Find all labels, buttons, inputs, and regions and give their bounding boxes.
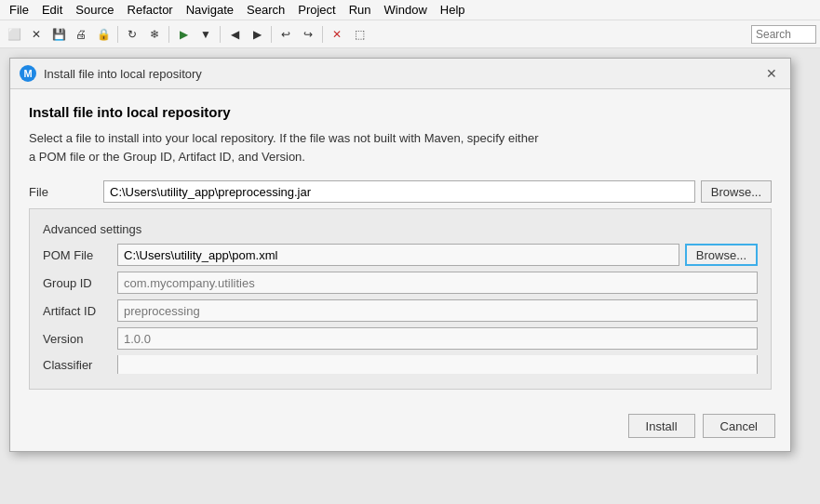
toolbar-separator-3 [220, 26, 221, 43]
toolbar-run[interactable]: ▶ [173, 24, 194, 45]
dialog-heading: Install file into local repository [29, 104, 772, 120]
toolbar-print[interactable]: 🖨 [71, 24, 91, 45]
advanced-settings-label: Advanced settings [43, 222, 758, 236]
classifier-row: Classifier [43, 355, 758, 374]
artifact-id-label: Artifact ID [43, 304, 117, 318]
toolbar-refresh[interactable]: ↻ [122, 24, 142, 45]
pom-browse-button[interactable]: Browse... [685, 244, 758, 266]
dialog-body: Install file into local repository Selec… [10, 89, 790, 405]
toolbar-window[interactable]: ⬚ [349, 24, 370, 45]
toolbar-separator-5 [322, 26, 323, 43]
menu-project[interactable]: Project [292, 1, 341, 19]
file-row: File Browse... [29, 180, 772, 203]
menu-window[interactable]: Window [379, 1, 433, 19]
toolbar-search-input[interactable] [756, 28, 812, 41]
toolbar-lock[interactable]: 🔒 [93, 24, 114, 45]
toolbar-search-box[interactable] [751, 25, 816, 44]
dialog-icon: M [20, 65, 36, 82]
menu-help[interactable]: Help [435, 1, 471, 19]
toolbar-new[interactable]: ⬜ [4, 24, 24, 45]
artifact-id-row: Artifact ID [43, 299, 758, 322]
toolbar-undo[interactable]: ↩ [276, 24, 296, 45]
dialog-desc-line2: a POM file or the Group ID, Artifact ID,… [29, 150, 305, 164]
file-input[interactable] [103, 180, 695, 203]
group-id-row: Group ID [43, 272, 758, 294]
dialog-desc-line1: Select a file to install into your local… [29, 131, 538, 145]
version-label: Version [43, 332, 117, 346]
toolbar-run-dropdown[interactable]: ▼ [195, 24, 216, 45]
install-button[interactable]: Install [628, 414, 695, 438]
toolbar: ⬜ ✕ 💾 🖨 🔒 ↻ ❄ ▶ ▼ ◀ ▶ ↩ ↪ ✕ ⬚ [0, 20, 820, 48]
menu-navigate[interactable]: Navigate [181, 1, 239, 19]
file-label: File [29, 185, 103, 199]
install-dialog: M Install file into local repository ✕ I… [9, 58, 791, 452]
menu-edit[interactable]: Edit [36, 1, 68, 19]
menu-refactor[interactable]: Refactor [122, 1, 179, 19]
version-input[interactable] [117, 327, 758, 350]
toolbar-stop[interactable]: ✕ [327, 24, 347, 45]
toolbar-separator-4 [271, 26, 272, 43]
toolbar-save[interactable]: 💾 [48, 24, 69, 45]
dialog-title: Install file into local repository [44, 67, 755, 81]
classifier-label: Classifier [43, 358, 117, 372]
file-browse-button[interactable]: Browse... [701, 180, 772, 203]
cancel-button[interactable]: Cancel [703, 414, 775, 438]
pom-file-label: POM File [43, 248, 117, 262]
dialog-footer: Install Cancel [10, 405, 790, 451]
classifier-input[interactable] [117, 355, 758, 374]
toolbar-redo[interactable]: ↪ [298, 24, 318, 45]
menu-source[interactable]: Source [70, 1, 119, 19]
toolbar-back[interactable]: ◀ [224, 24, 245, 45]
menu-file[interactable]: File [4, 1, 34, 19]
pom-file-row: POM File Browse... [43, 244, 758, 266]
menu-run[interactable]: Run [343, 1, 377, 19]
artifact-id-input[interactable] [117, 299, 758, 322]
advanced-settings: Advanced settings POM File Browse... Gro… [29, 208, 772, 390]
version-row: Version [43, 327, 758, 350]
dialog-icon-letter: M [23, 68, 32, 79]
toolbar-snowflake[interactable]: ❄ [144, 24, 165, 45]
toolbar-separator-2 [168, 26, 169, 43]
dialog-close-button[interactable]: ✕ [762, 64, 781, 83]
toolbar-separator-1 [117, 26, 118, 43]
dialog-description: Select a file to install into your local… [29, 129, 772, 166]
menubar: File Edit Source Refactor Navigate Searc… [0, 0, 820, 20]
menu-search[interactable]: Search [241, 1, 290, 19]
group-id-input[interactable] [117, 272, 758, 294]
toolbar-forward[interactable]: ▶ [247, 24, 267, 45]
toolbar-close[interactable]: ✕ [26, 24, 47, 45]
dialog-titlebar: M Install file into local repository ✕ [10, 59, 790, 89]
pom-file-input[interactable] [117, 244, 679, 266]
group-id-label: Group ID [43, 276, 117, 290]
ide-background: M Install file into local repository ✕ I… [0, 48, 820, 504]
